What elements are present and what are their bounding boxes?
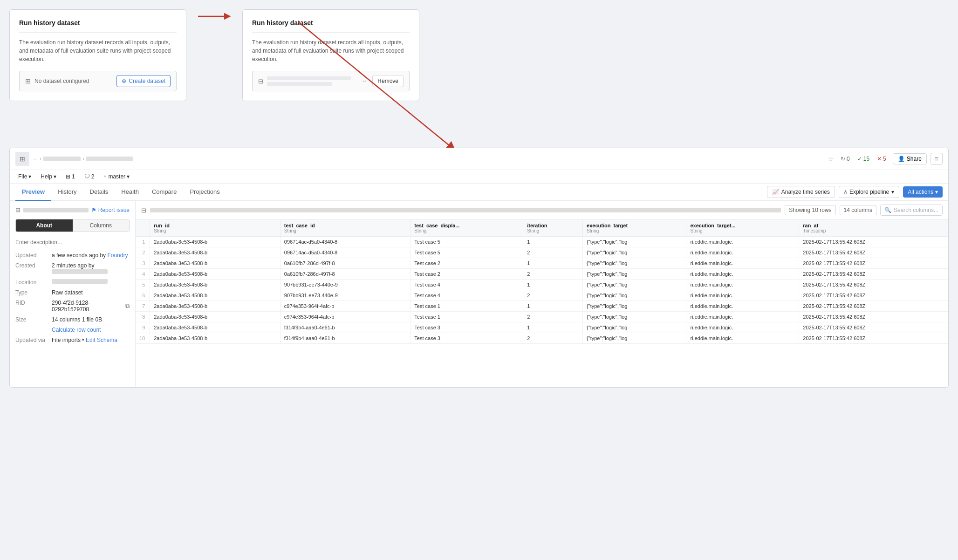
table-cell[interactable]: 2025-02-17T13:55:42.608Z [799,280,948,290]
branch-button[interactable]: ⑂ master ▾ [101,172,132,181]
table-cell[interactable]: Test case 3 [411,333,523,344]
explore-pipeline-button[interactable]: ⑃ Explore pipeline ▾ [839,186,899,198]
table-cell[interactable]: 1 [523,258,583,269]
table-cell[interactable]: {"type":"logic","log [583,280,686,290]
table-cell[interactable]: Test case 2 [411,269,523,280]
table-cell[interactable]: 1 [523,322,583,333]
table-cell[interactable]: Test case 4 [411,280,523,290]
file-button[interactable]: File ▾ [15,172,34,181]
table-cell[interactable]: ri.eddie.main.logic. [686,237,799,247]
table-cell[interactable]: {"type":"logic","log [583,247,686,258]
table-cell[interactable]: 2 [523,269,583,280]
table-cell[interactable]: ri.eddie.main.logic. [686,280,799,290]
table-cell[interactable]: ri.eddie.main.logic. [686,258,799,269]
about-tab[interactable]: About [16,219,73,232]
tab-health[interactable]: Health [115,184,145,201]
table-cell[interactable]: 2 [523,290,583,301]
table-cell[interactable]: Test case 5 [411,247,523,258]
table-cell[interactable]: ri.eddie.main.logic. [686,301,799,312]
table-cell[interactable]: 2ada0aba-3e53-4508-b [150,269,281,280]
table-cell[interactable]: f314f9b4-aaa0-4e61-b [280,333,411,344]
table-cell[interactable]: 1 [523,301,583,312]
help-button[interactable]: Help ▾ [38,172,59,181]
analyze-time-series-button[interactable]: 📈 Analyze time series [767,186,835,198]
col-run-id[interactable]: run_id String [150,220,281,237]
tab-projections[interactable]: Projections [183,184,226,201]
table-cell[interactable]: 907bb931-ee73-440e-9 [280,280,411,290]
foundry-link[interactable]: Foundry [107,252,128,259]
table-cell[interactable]: 2ada0aba-3e53-4508-b [150,333,281,344]
tab-preview[interactable]: Preview [15,184,51,201]
col-iteration[interactable]: iteration String [523,220,583,237]
table-cell[interactable]: 1 [523,280,583,290]
columns-tab[interactable]: Columns [73,219,130,232]
table-cell[interactable]: 2ada0aba-3e53-4508-b [150,290,281,301]
table-cell[interactable]: 096714ac-d5a0-4340-8 [280,247,411,258]
table-cell[interactable]: 2 [523,312,583,322]
star-icon[interactable]: ☆ [828,155,834,163]
table-cell[interactable]: c974e353-964f-4afc-b [280,312,411,322]
share-button[interactable]: 👤 Share [893,153,927,164]
table-cell[interactable]: {"type":"logic","log [583,269,686,280]
table-cell[interactable]: 2 [523,333,583,344]
table-cell[interactable]: 2ada0aba-3e53-4508-b [150,237,281,247]
shield-button[interactable]: 🛡 2 [82,172,97,181]
table-cell[interactable]: 2ada0aba-3e53-4508-b [150,247,281,258]
table-cell[interactable]: 1 [523,237,583,247]
calculate-row-count-link[interactable]: Calculate row count [52,327,101,333]
create-dataset-button[interactable]: ⊕ Create dataset [116,75,171,87]
table-cell[interactable]: ri.eddie.main.logic. [686,333,799,344]
table-cell[interactable]: 2025-02-17T13:55:42.608Z [799,290,948,301]
table-cell[interactable]: Test case 2 [411,258,523,269]
table-cell[interactable]: 2025-02-17T13:55:42.608Z [799,258,948,269]
copy-icon[interactable]: ⧉ [125,302,130,310]
table-cell[interactable]: {"type":"logic","log [583,333,686,344]
table-cell[interactable]: Test case 1 [411,301,523,312]
table-cell[interactable]: 2025-02-17T13:55:42.608Z [799,237,948,247]
col-execution-target2[interactable]: execution_target... String [686,220,799,237]
table-cell[interactable]: Test case 4 [411,290,523,301]
col-execution-target[interactable]: execution_target String [583,220,686,237]
table-cell[interactable]: f314f9b4-aaa0-4e61-b [280,322,411,333]
table-cell[interactable]: {"type":"logic","log [583,258,686,269]
table-cell[interactable]: 0a610fb7-286d-497f-8 [280,269,411,280]
table-cell[interactable]: 2025-02-17T13:55:42.608Z [799,247,948,258]
table-cell[interactable]: Test case 3 [411,322,523,333]
table-cell[interactable]: ri.eddie.main.logic. [686,312,799,322]
tab-compare[interactable]: Compare [145,184,183,201]
tables-button[interactable]: ⊞ 1 [63,172,78,181]
description-input[interactable] [15,239,130,246]
col-test-case-displa[interactable]: test_case_displa... String [411,220,523,237]
col-ran-at[interactable]: ran_at Timestamp [799,220,948,237]
table-cell[interactable]: 2ada0aba-3e53-4508-b [150,280,281,290]
table-cell[interactable]: 2ada0aba-3e53-4508-b [150,322,281,333]
table-cell[interactable]: 2025-02-17T13:55:42.608Z [799,312,948,322]
table-cell[interactable]: Test case 5 [411,237,523,247]
search-columns-input[interactable]: 🔍 Search columns... [880,205,943,216]
col-test-case-id[interactable]: test_case_id String [280,220,411,237]
table-cell[interactable]: ri.eddie.main.logic. [686,290,799,301]
table-cell[interactable]: 2025-02-17T13:55:42.608Z [799,322,948,333]
tab-history[interactable]: History [51,184,83,201]
table-cell[interactable]: 2ada0aba-3e53-4508-b [150,301,281,312]
table-cell[interactable]: 2ada0aba-3e53-4508-b [150,258,281,269]
table-cell[interactable]: {"type":"logic","log [583,322,686,333]
table-cell[interactable]: 2025-02-17T13:55:42.608Z [799,269,948,280]
report-issue-button[interactable]: ⚑ Report issue [91,207,130,213]
table-cell[interactable]: 2025-02-17T13:55:42.608Z [799,301,948,312]
table-cell[interactable]: {"type":"logic","log [583,237,686,247]
table-cell[interactable]: c974e353-964f-4afc-b [280,301,411,312]
table-cell[interactable]: {"type":"logic","log [583,290,686,301]
table-cell[interactable]: 096714ac-d5a0-4340-8 [280,237,411,247]
table-cell[interactable]: 2ada0aba-3e53-4508-b [150,312,281,322]
table-cell[interactable]: Test case 1 [411,312,523,322]
table-cell[interactable]: 907bb931-ee73-440e-9 [280,290,411,301]
table-cell[interactable]: {"type":"logic","log [583,312,686,322]
table-cell[interactable]: {"type":"logic","log [583,301,686,312]
table-cell[interactable]: ri.eddie.main.logic. [686,247,799,258]
table-cell[interactable]: 2025-02-17T13:55:42.608Z [799,333,948,344]
table-cell[interactable]: 0a610fb7-286d-497f-8 [280,258,411,269]
all-actions-button[interactable]: All actions ▾ [903,186,943,198]
tab-details[interactable]: Details [83,184,115,201]
edit-schema-link[interactable]: Edit Schema [86,337,117,343]
